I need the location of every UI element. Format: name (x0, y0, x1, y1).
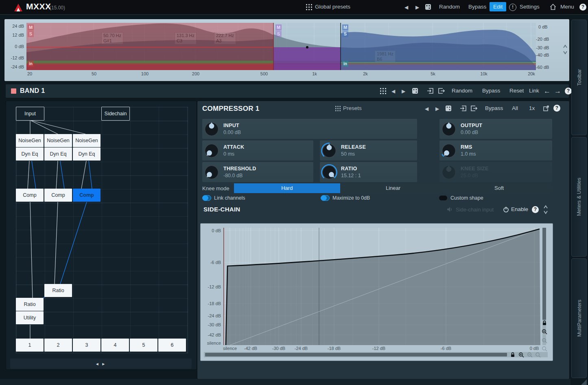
comp-load-icon[interactable] (460, 105, 467, 112)
resize-grip[interactable] (581, 379, 587, 385)
ratio-knob[interactable] (321, 164, 337, 180)
band-presets-grid-icon[interactable] (380, 88, 386, 94)
transfer-curve-plot[interactable] (223, 228, 540, 345)
random-button[interactable]: Random (439, 4, 460, 10)
matrix-node-noisegen-2[interactable]: NoiseGen (44, 134, 72, 147)
zoom-in-y-icon[interactable] (542, 329, 547, 334)
matrix-node-ratio-b[interactable]: Ratio (16, 298, 44, 311)
settings-button[interactable]: Settings (520, 4, 540, 10)
knee-mode-hard[interactable]: Hard (234, 183, 340, 193)
knee-mode-linear[interactable]: Linear (340, 183, 446, 193)
matrix-slot-5[interactable]: 5 (130, 339, 157, 352)
matrix-hscroll[interactable]: ◂ ▸ (10, 359, 192, 369)
graph-hscrollbar[interactable] (204, 352, 548, 357)
zoom-out-y-icon[interactable] (542, 338, 547, 343)
prev-preset-button[interactable]: ◀ (404, 4, 408, 10)
band-dice-icon[interactable] (412, 88, 418, 94)
band-link-button[interactable]: Link (529, 88, 539, 94)
ratio-knob-box[interactable]: RATIO 15.12 : 1 (320, 162, 417, 182)
band1-in-badge[interactable]: in (28, 61, 34, 67)
attack-knob[interactable] (203, 143, 220, 159)
matrix-node-noisegen-3[interactable]: NoiseGen (73, 134, 101, 147)
band-next-icon[interactable]: ▶ (402, 88, 405, 94)
lock-x-icon[interactable] (510, 352, 515, 357)
band2-side-badge[interactable]: S (275, 31, 282, 37)
matrix-slot-3[interactable]: 3 (73, 339, 101, 352)
attack-knob-box[interactable]: ATTACK 0 ms (202, 141, 313, 161)
rms-knob[interactable] (441, 143, 457, 159)
compressor-presets-button[interactable]: Presets (343, 105, 362, 111)
band-back-arrow[interactable]: ← (544, 87, 551, 95)
alert-icon[interactable]: ! (509, 4, 516, 11)
matrix-node-comp-3-selected[interactable]: Comp (73, 189, 101, 202)
menu-button[interactable]: Menu (560, 4, 574, 10)
band-save-icon[interactable] (438, 88, 445, 94)
custom-shape-toggle[interactable]: Custom shape (439, 195, 483, 201)
eq-node-label[interactable]: 222.7 Hz A3 (214, 32, 236, 44)
global-presets-button[interactable]: Global presets (315, 4, 350, 10)
toggle-pill[interactable] (202, 195, 211, 201)
sidechain-help-icon[interactable]: ? (532, 206, 539, 213)
comp-save-icon[interactable] (470, 105, 477, 112)
lock-y-icon[interactable] (542, 320, 547, 326)
band-load-icon[interactable] (427, 88, 434, 94)
comp-channels-all-button[interactable]: All (512, 105, 518, 111)
zoom-out-x-icon[interactable] (527, 352, 533, 358)
comp-bypass-button[interactable]: Bypass (485, 105, 503, 111)
graph-vscroll-thumb[interactable] (542, 228, 546, 320)
compressor-presets-grid-icon[interactable] (335, 106, 341, 111)
input-knob[interactable] (203, 121, 220, 137)
eq-node-label[interactable]: 131.3 Hz C3 (175, 32, 197, 44)
band2-mid-badge[interactable]: M (275, 24, 282, 31)
sidebar-tab-multiparameters[interactable]: MultiParameters (571, 258, 587, 378)
matrix-slot-2[interactable]: 2 (44, 339, 72, 352)
matrix-node-utility[interactable]: Utility (16, 311, 44, 324)
release-knob[interactable] (321, 143, 337, 159)
eq-node-label[interactable]: 1981 Hz B6 (375, 51, 396, 63)
band3-in-badge[interactable]: in (342, 61, 348, 67)
band1-mid-badge[interactable]: M (28, 24, 34, 31)
input-knob-box[interactable]: INPUT 0.00 dB (202, 119, 417, 139)
comp-oversampling-button[interactable]: 1x (529, 105, 535, 111)
zoom-reset-x-icon[interactable] (535, 352, 541, 358)
edit-button[interactable]: Edit (490, 2, 506, 11)
matrix-node-sidechain[interactable]: Sidechain (101, 107, 130, 121)
band-forward-arrow[interactable]: → (554, 87, 561, 95)
spectrum-resize-spinner[interactable] (563, 44, 568, 56)
bypass-button[interactable]: Bypass (468, 4, 486, 10)
graph-hscroll-thumb[interactable] (205, 353, 507, 356)
next-preset-button[interactable]: ▶ (415, 4, 419, 10)
matrix-node-dyneq-3[interactable]: Dyn Eq (73, 147, 101, 161)
randomize-dice-icon[interactable] (425, 4, 431, 10)
sidebar-tab-toolbar[interactable]: Toolbar (571, 20, 587, 135)
graph-vscrollbar[interactable] (542, 228, 546, 345)
band-color-swatch[interactable] (11, 88, 16, 94)
band-random-button[interactable]: Random (452, 88, 472, 94)
toggle-pill[interactable] (439, 195, 448, 201)
matrix-slot-4[interactable]: 4 (101, 339, 129, 352)
comp-detach-window-icon[interactable] (543, 105, 549, 112)
threshold-knob[interactable] (203, 164, 220, 180)
band-prev-icon[interactable]: ◀ (391, 88, 395, 94)
band-help-icon[interactable]: ? (565, 88, 572, 95)
transfer-curve-graph[interactable]: 0 dB -6 dB -12 dB -18 dB -24 dB -30 dB -… (200, 223, 553, 361)
release-knob-box[interactable]: RELEASE 50 ms (320, 141, 417, 161)
knee-mode-soft[interactable]: Soft (446, 183, 552, 193)
toggle-pill[interactable] (321, 195, 330, 201)
matrix-slot-1[interactable]: 1 (16, 339, 44, 352)
comp-help-icon[interactable]: ? (553, 105, 560, 112)
comp-next-icon[interactable]: ▶ (435, 106, 439, 112)
link-channels-toggle[interactable]: Link channels (202, 195, 245, 201)
output-knob-box[interactable]: OUTPUT 0.00 dB (439, 119, 552, 139)
eq-node-label[interactable]: 50.70 Hz G#1 (101, 32, 123, 44)
presets-grid-icon[interactable] (306, 4, 312, 10)
zoom-in-x-icon[interactable] (518, 352, 524, 358)
comp-prev-icon[interactable]: ◀ (425, 106, 428, 112)
matrix-node-comp-2[interactable]: Comp (44, 189, 72, 202)
power-icon[interactable] (503, 207, 509, 213)
matrix-slot-6[interactable]: 6 (158, 339, 186, 352)
matrix-node-comp-1[interactable]: Comp (16, 189, 44, 202)
spectrum-display[interactable]: M S in M S M S in 50.70 Hz G#1 131.3 Hz … (4, 19, 570, 81)
output-knob[interactable] (441, 121, 457, 137)
band3-mid-badge[interactable]: M (342, 24, 348, 31)
